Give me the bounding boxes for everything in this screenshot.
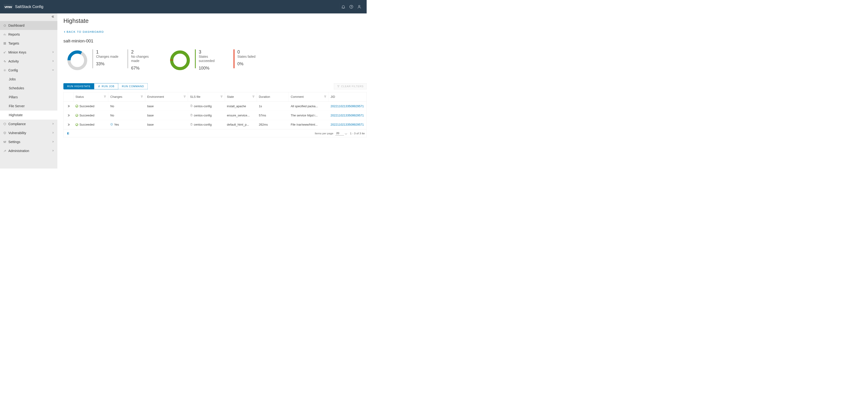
filter-icon[interactable] bbox=[220, 95, 223, 99]
sidebar-item-dashboard[interactable]: Dashboard bbox=[0, 21, 57, 30]
chevron-right-icon bbox=[52, 122, 55, 126]
sidebar-item-activity[interactable]: Activity bbox=[0, 57, 57, 66]
action-button-row: RUN HIGHSTATE RUN JOB RUN COMMAND CLEAR … bbox=[63, 83, 367, 89]
filter-icon[interactable] bbox=[183, 95, 186, 99]
file-icon bbox=[190, 104, 193, 108]
file-icon bbox=[190, 113, 193, 117]
status-badge: Succeeded bbox=[75, 113, 94, 117]
sidebar-item-label: Settings bbox=[8, 140, 20, 144]
back-link-label: BACK TO DASHBOARD bbox=[66, 30, 104, 33]
activity-icon bbox=[3, 60, 7, 63]
expand-row-icon[interactable] bbox=[66, 104, 71, 108]
table-footer: Items per page 20 1 - 3 of 3 ite bbox=[63, 129, 367, 137]
info-icon[interactable] bbox=[111, 123, 113, 126]
succeeded-count: 3 bbox=[199, 49, 225, 55]
success-donut bbox=[166, 49, 194, 71]
cell-jid-link[interactable]: 20221102133509929571 bbox=[329, 111, 367, 120]
filter-icon[interactable] bbox=[252, 95, 255, 99]
sidebar-collapse-icon[interactable] bbox=[0, 14, 57, 19]
th-sls[interactable]: SLS file bbox=[190, 95, 200, 99]
sidebar-item-label: Administration bbox=[8, 149, 29, 153]
titlebar: vmw SaltStack Config bbox=[0, 0, 367, 13]
shield-alert-icon bbox=[3, 131, 7, 135]
user-icon[interactable] bbox=[355, 3, 363, 11]
changes-label: Changes made bbox=[96, 55, 118, 59]
changes-donut bbox=[63, 49, 91, 71]
stats-row: 1 Changes made 33% 2 No changes made 67% bbox=[63, 49, 367, 71]
run-job-button[interactable]: RUN JOB bbox=[94, 83, 118, 89]
sidebar-item-label: Dashboard bbox=[8, 24, 24, 27]
page-title: Highstate bbox=[63, 18, 367, 24]
button-label: CLEAR FILTERS bbox=[341, 85, 364, 88]
th-duration[interactable]: Duration bbox=[259, 95, 270, 99]
button-label: RUN HIGHSTATE bbox=[67, 85, 91, 88]
cell-comment: The service httpd i... bbox=[289, 111, 329, 120]
changes-pct: 33% bbox=[96, 62, 118, 66]
th-env[interactable]: Environment bbox=[147, 95, 164, 99]
sidebar-item-settings[interactable]: Settings bbox=[0, 137, 57, 146]
sidebar-item-highstate[interactable]: Highstate bbox=[0, 110, 57, 120]
table-row: Succeeded Yes base centos-config default… bbox=[63, 120, 367, 129]
run-highstate-button[interactable]: RUN HIGHSTATE bbox=[63, 83, 94, 89]
sidebar-item-vulnerability[interactable]: Vulnerability bbox=[0, 128, 57, 137]
cell-jid-link[interactable]: 20221102133509929571 bbox=[329, 102, 367, 111]
shield-icon bbox=[3, 122, 7, 126]
sidebar-item-jobs[interactable]: Jobs bbox=[0, 75, 57, 84]
sidebar-item-label: Config bbox=[8, 68, 18, 72]
page-size-select[interactable]: 20 bbox=[335, 131, 348, 135]
sidebar-item-reports[interactable]: Reports bbox=[0, 30, 57, 39]
filter-icon[interactable] bbox=[103, 95, 106, 99]
notifications-icon[interactable] bbox=[339, 3, 347, 11]
sidebar-item-label: Reports bbox=[8, 33, 20, 36]
sidebar-item-file-server[interactable]: File Server bbox=[0, 102, 57, 110]
sidebar-item-config[interactable]: Config bbox=[0, 66, 57, 75]
vmw-logo: vmw bbox=[4, 4, 13, 9]
sidebar-item-schedules[interactable]: Schedules bbox=[0, 84, 57, 93]
sidebar-item-label: Minion Keys bbox=[8, 51, 26, 54]
th-comment[interactable]: Comment bbox=[291, 95, 304, 99]
expand-row-icon[interactable] bbox=[66, 113, 71, 117]
sidebar-item-targets[interactable]: Targets bbox=[0, 39, 57, 48]
sidebar-item-label: Pillars bbox=[9, 95, 18, 99]
filter-icon[interactable] bbox=[324, 95, 327, 99]
sidebar-item-label: Targets bbox=[8, 41, 19, 45]
cell-sls: centos-config bbox=[194, 123, 212, 126]
svg-rect-5 bbox=[5, 42, 6, 43]
sidebar-item-pillars[interactable]: Pillars bbox=[0, 93, 57, 102]
cell-sls: centos-config bbox=[194, 104, 212, 108]
failed-label: States failed bbox=[237, 55, 255, 59]
sidebar-item-minion-keys[interactable]: Minion Keys bbox=[0, 48, 57, 57]
chevron-right-icon bbox=[52, 149, 55, 153]
table-header: Status Changes Environment SLS file Stat… bbox=[63, 92, 367, 102]
minion-name: salt-minion-001 bbox=[63, 38, 367, 43]
th-changes[interactable]: Changes bbox=[111, 95, 122, 99]
succeeded-label: States succeeded bbox=[199, 55, 225, 63]
cell-sls: centos-config bbox=[194, 113, 212, 117]
sidebar-item-administration[interactable]: Administration bbox=[0, 146, 57, 155]
cell-jid-link[interactable]: 20221102133509929571 bbox=[329, 120, 367, 129]
svg-rect-6 bbox=[4, 43, 4, 44]
cell-duration: 57ms bbox=[257, 111, 289, 120]
cell-state: install_apache bbox=[225, 102, 257, 111]
back-to-dashboard-link[interactable]: BACK TO DASHBOARD bbox=[63, 30, 104, 33]
svg-point-9 bbox=[4, 70, 5, 71]
help-icon[interactable] bbox=[347, 3, 355, 11]
cell-env: base bbox=[145, 102, 188, 111]
sidebar-item-label: Vulnerability bbox=[8, 131, 26, 135]
th-state[interactable]: State bbox=[227, 95, 234, 99]
expand-row-icon[interactable] bbox=[66, 123, 71, 126]
clear-filters-button[interactable]: CLEAR FILTERS bbox=[334, 83, 367, 89]
column-picker-icon[interactable] bbox=[63, 132, 73, 135]
filter-icon[interactable] bbox=[141, 95, 143, 99]
run-command-button[interactable]: RUN COMMAND bbox=[118, 83, 148, 89]
sidebar-item-label: Compliance bbox=[8, 122, 26, 126]
th-status[interactable]: Status bbox=[75, 95, 84, 99]
th-jid[interactable]: JID bbox=[331, 95, 335, 99]
sidebar-item-compliance[interactable]: Compliance bbox=[0, 120, 57, 128]
chevron-right-icon bbox=[52, 59, 55, 63]
button-label: RUN JOB bbox=[102, 85, 115, 88]
changes-count: 1 bbox=[96, 49, 118, 55]
key-icon bbox=[3, 51, 7, 54]
nochanges-pct: 67% bbox=[131, 66, 157, 70]
svg-rect-7 bbox=[5, 43, 6, 44]
